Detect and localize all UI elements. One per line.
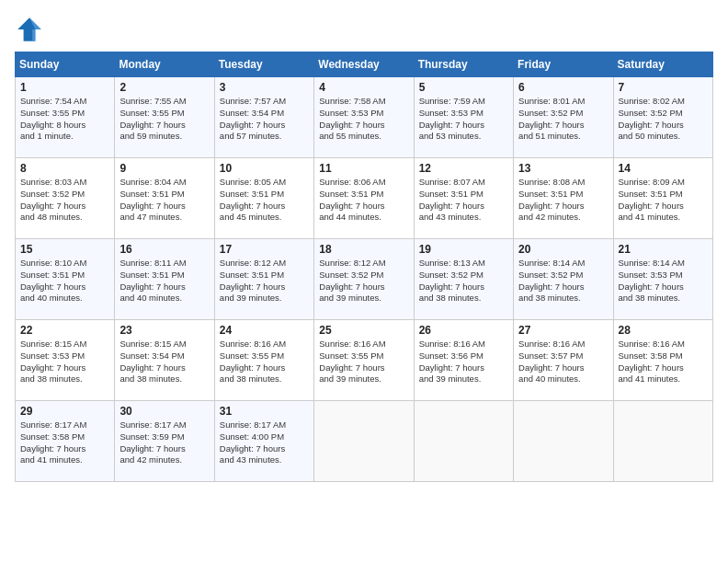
day-info: Sunrise: 8:15 AM Sunset: 3:53 PM Dayligh…: [20, 339, 109, 385]
calendar-day-cell: 20Sunrise: 8:14 AM Sunset: 3:52 PM Dayli…: [514, 239, 613, 320]
calendar-day-cell: 15Sunrise: 8:10 AM Sunset: 3:51 PM Dayli…: [16, 239, 115, 320]
calendar-week-row: 29Sunrise: 8:17 AM Sunset: 3:58 PM Dayli…: [16, 401, 713, 482]
calendar-day-cell: 22Sunrise: 8:15 AM Sunset: 3:53 PM Dayli…: [16, 320, 115, 401]
calendar-day-cell: 11Sunrise: 8:06 AM Sunset: 3:51 PM Dayli…: [314, 158, 414, 239]
weekday-header-cell: Monday: [115, 52, 214, 77]
day-number: 12: [419, 162, 508, 175]
day-number: 13: [518, 162, 608, 175]
calendar-table: SundayMondayTuesdayWednesdayThursdayFrid…: [15, 52, 713, 482]
day-info: Sunrise: 8:04 AM Sunset: 3:51 PM Dayligh…: [119, 177, 209, 224]
day-info: Sunrise: 8:14 AM Sunset: 3:52 PM Dayligh…: [518, 258, 608, 304]
day-number: 5: [419, 81, 508, 94]
calendar-day-cell: 21Sunrise: 8:14 AM Sunset: 3:53 PM Dayli…: [613, 239, 712, 320]
day-info: Sunrise: 8:16 AM Sunset: 3:57 PM Dayligh…: [518, 339, 608, 385]
calendar-day-cell: 18Sunrise: 8:12 AM Sunset: 3:52 PM Dayli…: [314, 239, 414, 320]
day-info: Sunrise: 8:10 AM Sunset: 3:51 PM Dayligh…: [20, 258, 109, 304]
calendar-day-cell: 3Sunrise: 7:57 AM Sunset: 3:54 PM Daylig…: [214, 77, 313, 158]
day-number: 21: [619, 243, 708, 256]
day-info: Sunrise: 8:12 AM Sunset: 3:51 PM Dayligh…: [220, 258, 309, 304]
weekday-header-cell: Sunday: [16, 52, 115, 77]
day-number: 20: [518, 243, 608, 256]
day-info: Sunrise: 7:58 AM Sunset: 3:53 PM Dayligh…: [319, 96, 408, 143]
calendar-day-cell: 2Sunrise: 7:55 AM Sunset: 3:55 PM Daylig…: [115, 77, 214, 158]
day-number: 6: [518, 81, 608, 94]
day-info: Sunrise: 8:13 AM Sunset: 3:52 PM Dayligh…: [419, 258, 508, 304]
calendar-day-cell: 9Sunrise: 8:04 AM Sunset: 3:51 PM Daylig…: [115, 158, 214, 239]
calendar-day-cell: 25Sunrise: 8:16 AM Sunset: 3:55 PM Dayli…: [314, 320, 414, 401]
day-info: Sunrise: 8:09 AM Sunset: 3:51 PM Dayligh…: [619, 177, 708, 224]
day-info: Sunrise: 8:16 AM Sunset: 3:56 PM Dayligh…: [419, 339, 508, 385]
weekday-header-cell: Saturday: [613, 52, 712, 77]
day-number: 10: [220, 162, 309, 175]
day-info: Sunrise: 8:16 AM Sunset: 3:58 PM Dayligh…: [619, 339, 708, 385]
calendar-day-cell: 5Sunrise: 7:59 AM Sunset: 3:53 PM Daylig…: [414, 77, 513, 158]
day-info: Sunrise: 8:15 AM Sunset: 3:54 PM Dayligh…: [119, 339, 209, 385]
day-number: 8: [20, 162, 109, 175]
day-number: 17: [220, 243, 309, 256]
day-number: 16: [119, 243, 209, 256]
day-number: 3: [220, 81, 309, 94]
day-info: Sunrise: 7:59 AM Sunset: 3:53 PM Dayligh…: [419, 96, 508, 143]
calendar-day-cell: 14Sunrise: 8:09 AM Sunset: 3:51 PM Dayli…: [613, 158, 712, 239]
page-header: [15, 15, 713, 44]
day-info: Sunrise: 8:06 AM Sunset: 3:51 PM Dayligh…: [319, 177, 408, 224]
day-info: Sunrise: 8:11 AM Sunset: 3:51 PM Dayligh…: [119, 258, 209, 304]
calendar-day-cell: [613, 401, 712, 482]
calendar-day-cell: 30Sunrise: 8:17 AM Sunset: 3:59 PM Dayli…: [115, 401, 214, 482]
calendar-day-cell: 4Sunrise: 7:58 AM Sunset: 3:53 PM Daylig…: [314, 77, 414, 158]
calendar-week-row: 22Sunrise: 8:15 AM Sunset: 3:53 PM Dayli…: [16, 320, 713, 401]
calendar-day-cell: 6Sunrise: 8:01 AM Sunset: 3:52 PM Daylig…: [514, 77, 613, 158]
day-number: 19: [419, 243, 508, 256]
day-info: Sunrise: 7:54 AM Sunset: 3:55 PM Dayligh…: [20, 96, 109, 143]
day-number: 28: [619, 324, 708, 337]
calendar-day-cell: 31Sunrise: 8:17 AM Sunset: 4:00 PM Dayli…: [214, 401, 313, 482]
day-info: Sunrise: 8:02 AM Sunset: 3:52 PM Dayligh…: [619, 96, 708, 143]
day-number: 26: [419, 324, 508, 337]
day-info: Sunrise: 8:05 AM Sunset: 3:51 PM Dayligh…: [220, 177, 309, 224]
logo-icon: [15, 15, 44, 44]
day-number: 11: [319, 162, 408, 175]
day-info: Sunrise: 8:08 AM Sunset: 3:51 PM Dayligh…: [518, 177, 608, 224]
calendar-day-cell: 13Sunrise: 8:08 AM Sunset: 3:51 PM Dayli…: [514, 158, 613, 239]
day-number: 23: [119, 324, 209, 337]
calendar-day-cell: 16Sunrise: 8:11 AM Sunset: 3:51 PM Dayli…: [115, 239, 214, 320]
weekday-header-cell: Wednesday: [314, 52, 414, 77]
day-number: 30: [119, 405, 209, 418]
calendar-day-cell: 8Sunrise: 8:03 AM Sunset: 3:52 PM Daylig…: [16, 158, 115, 239]
day-number: 24: [220, 324, 309, 337]
day-number: 7: [619, 81, 708, 94]
day-info: Sunrise: 8:14 AM Sunset: 3:53 PM Dayligh…: [619, 258, 708, 304]
calendar-day-cell: 17Sunrise: 8:12 AM Sunset: 3:51 PM Dayli…: [214, 239, 313, 320]
calendar-day-cell: 19Sunrise: 8:13 AM Sunset: 3:52 PM Dayli…: [414, 239, 513, 320]
calendar-day-cell: [414, 401, 513, 482]
day-number: 1: [20, 81, 109, 94]
logo: [15, 15, 48, 44]
day-info: Sunrise: 8:16 AM Sunset: 3:55 PM Dayligh…: [319, 339, 408, 385]
calendar-day-cell: [514, 401, 613, 482]
day-info: Sunrise: 8:01 AM Sunset: 3:52 PM Dayligh…: [518, 96, 608, 143]
calendar-day-cell: 27Sunrise: 8:16 AM Sunset: 3:57 PM Dayli…: [514, 320, 613, 401]
weekday-header-cell: Tuesday: [214, 52, 313, 77]
weekday-header-cell: Friday: [514, 52, 613, 77]
day-info: Sunrise: 8:17 AM Sunset: 3:59 PM Dayligh…: [119, 419, 209, 466]
calendar-day-cell: 1Sunrise: 7:54 AM Sunset: 3:55 PM Daylig…: [16, 77, 115, 158]
calendar-day-cell: 26Sunrise: 8:16 AM Sunset: 3:56 PM Dayli…: [414, 320, 513, 401]
day-number: 15: [20, 243, 109, 256]
day-info: Sunrise: 7:57 AM Sunset: 3:54 PM Dayligh…: [220, 96, 309, 143]
day-info: Sunrise: 8:17 AM Sunset: 4:00 PM Dayligh…: [220, 419, 309, 466]
day-number: 9: [119, 162, 209, 175]
day-number: 25: [319, 324, 408, 337]
day-number: 18: [319, 243, 408, 256]
calendar-day-cell: 23Sunrise: 8:15 AM Sunset: 3:54 PM Dayli…: [115, 320, 214, 401]
day-info: Sunrise: 7:55 AM Sunset: 3:55 PM Dayligh…: [119, 96, 209, 143]
calendar-body: 1Sunrise: 7:54 AM Sunset: 3:55 PM Daylig…: [16, 77, 713, 482]
weekday-header-row: SundayMondayTuesdayWednesdayThursdayFrid…: [16, 52, 713, 77]
day-number: 22: [20, 324, 109, 337]
day-number: 27: [518, 324, 608, 337]
day-info: Sunrise: 8:12 AM Sunset: 3:52 PM Dayligh…: [319, 258, 408, 304]
calendar-day-cell: 29Sunrise: 8:17 AM Sunset: 3:58 PM Dayli…: [16, 401, 115, 482]
calendar-week-row: 15Sunrise: 8:10 AM Sunset: 3:51 PM Dayli…: [16, 239, 713, 320]
day-info: Sunrise: 8:16 AM Sunset: 3:55 PM Dayligh…: [220, 339, 309, 385]
weekday-header-cell: Thursday: [414, 52, 513, 77]
calendar-week-row: 1Sunrise: 7:54 AM Sunset: 3:55 PM Daylig…: [16, 77, 713, 158]
